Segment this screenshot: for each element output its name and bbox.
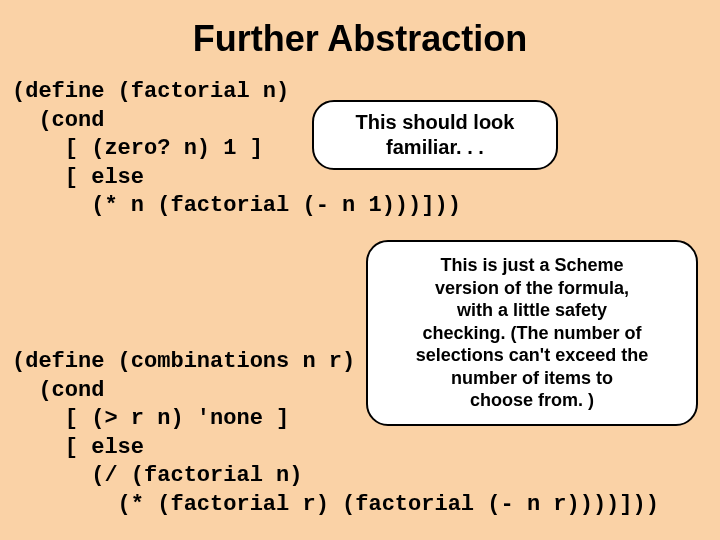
code-line: [ else (12, 435, 144, 460)
callout-line: This is just a Scheme (382, 254, 682, 277)
code-line: (define (factorial n) (12, 79, 289, 104)
callout-familiar: This should look familiar. . . (312, 100, 558, 170)
code-line: [ (> r n) 'none ] (12, 406, 289, 431)
page-title: Further Abstraction (0, 0, 720, 60)
code-line: (/ (factorial n) (12, 463, 302, 488)
code-line: (cond (12, 108, 104, 133)
code-line: [ (zero? n) 1 ] (12, 136, 263, 161)
callout-line: checking. (The number of (382, 322, 682, 345)
code-line: [ else (12, 165, 144, 190)
callout-line: with a little safety (382, 299, 682, 322)
callout-line: familiar. . . (330, 135, 540, 160)
code-line: (cond (12, 378, 104, 403)
callout-line: version of the formula, (382, 277, 682, 300)
code-line: (* n (factorial (- n 1)))])) (12, 193, 461, 218)
code-line: (define (combinations n r) (12, 349, 355, 374)
code-line: (* (factorial r) (factorial (- n r))))])… (12, 492, 659, 517)
code-block-combinations: (define (combinations n r) (cond [ (> r … (12, 348, 659, 520)
callout-line: This should look (330, 110, 540, 135)
